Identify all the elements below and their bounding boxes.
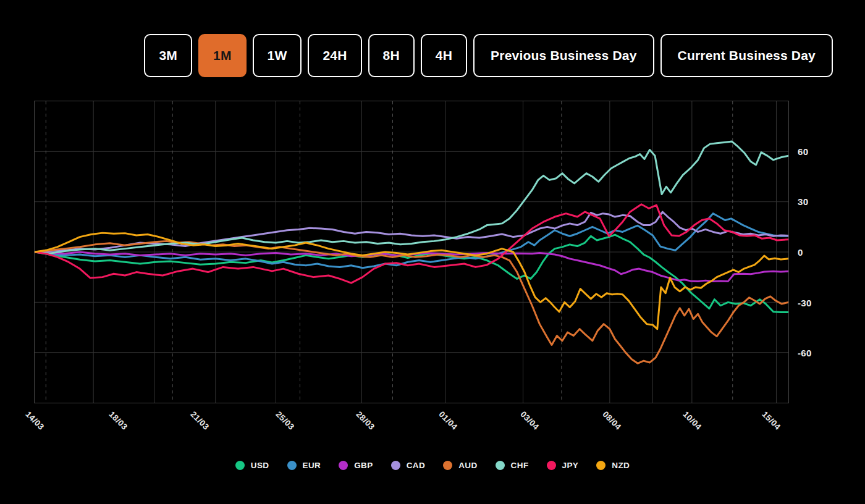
x-axis-tick-label: 28/03 xyxy=(354,410,376,432)
x-axis-tick-label: 18/03 xyxy=(108,410,130,432)
y-axis-labels: 60300-30-60 xyxy=(798,101,835,403)
legend-label: USD xyxy=(251,461,269,470)
range-button-4h[interactable]: 4H xyxy=(421,34,467,77)
legend-item-chf[interactable]: CHF xyxy=(496,461,529,470)
legend-item-aud[interactable]: AUD xyxy=(443,461,477,470)
x-axis-tick-label: 15/04 xyxy=(761,410,783,432)
legend-item-gbp[interactable]: GBP xyxy=(339,461,373,470)
legend-color-dot xyxy=(235,461,245,470)
legend-label: EUR xyxy=(303,461,321,470)
y-axis-tick-label: -60 xyxy=(798,348,812,358)
legend-color-dot xyxy=(391,461,400,470)
range-button-previous-business-day[interactable]: Previous Business Day xyxy=(473,34,654,77)
legend-label: CAD xyxy=(407,461,425,470)
range-button-1m[interactable]: 1M xyxy=(198,34,247,77)
range-button-8h[interactable]: 8H xyxy=(368,34,415,77)
chart-canvas[interactable] xyxy=(35,101,788,403)
y-axis-tick-label: -30 xyxy=(798,297,812,308)
x-axis-labels: 14/0318/0321/0325/0328/0301/0403/0408/04… xyxy=(34,403,789,440)
range-button-1w[interactable]: 1W xyxy=(253,34,302,77)
legend-label: JPY xyxy=(562,461,579,470)
legend-color-dot xyxy=(443,461,452,470)
y-axis-tick-label: 0 xyxy=(798,247,803,258)
legend-label: NZD xyxy=(612,461,630,470)
x-axis-tick-label: 10/04 xyxy=(681,410,703,432)
legend-color-dot xyxy=(339,461,348,470)
series-line-eur xyxy=(35,214,788,268)
chart: 60300-30-60 14/0318/0321/0325/0328/0301/… xyxy=(34,101,789,403)
legend-label: CHF xyxy=(511,461,529,470)
chart-legend: USDEURGBPCADAUDCHFJPYNZD xyxy=(0,457,865,473)
x-axis-tick-label: 08/04 xyxy=(601,410,623,432)
range-button-24h[interactable]: 24H xyxy=(308,34,361,77)
plot-area[interactable] xyxy=(34,101,789,403)
legend-item-cad[interactable]: CAD xyxy=(391,461,425,470)
legend-color-dot xyxy=(496,461,505,470)
range-button-current-business-day[interactable]: Current Business Day xyxy=(660,34,833,77)
legend-item-nzd[interactable]: NZD xyxy=(596,461,630,470)
legend-item-usd[interactable]: USD xyxy=(235,461,269,470)
x-axis-tick-label: 14/03 xyxy=(23,410,46,432)
legend-label: GBP xyxy=(354,461,373,470)
y-axis-tick-label: 60 xyxy=(798,146,808,156)
series-line-chf xyxy=(35,141,788,253)
x-axis-tick-label: 01/04 xyxy=(437,410,460,432)
x-axis-tick-label: 03/04 xyxy=(519,410,541,432)
legend-item-eur[interactable]: EUR xyxy=(287,461,321,470)
legend-color-dot xyxy=(596,461,606,470)
y-axis-tick-label: 30 xyxy=(798,196,808,207)
range-button-3m[interactable]: 3M xyxy=(144,34,192,77)
legend-label: AUD xyxy=(458,461,477,470)
timeframe-toolbar: 3M1M1W24H8H4HPrevious Business DayCurren… xyxy=(144,34,833,77)
legend-color-dot xyxy=(547,461,556,470)
x-axis-tick-label: 21/03 xyxy=(189,410,211,432)
x-axis-tick-label: 25/03 xyxy=(274,410,297,432)
legend-color-dot xyxy=(287,461,297,470)
legend-item-jpy[interactable]: JPY xyxy=(547,461,579,470)
